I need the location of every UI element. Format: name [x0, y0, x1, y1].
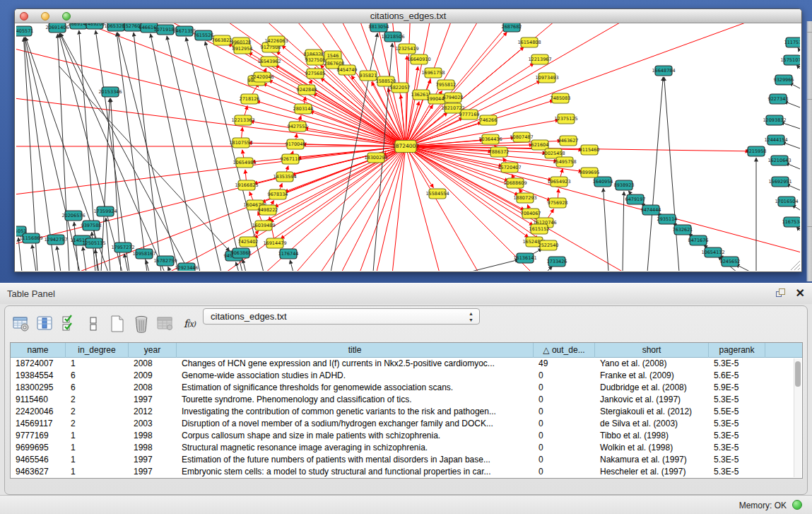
- table-row[interactable]: 1872400712008Changes of HCN gene express…: [11, 358, 802, 370]
- column-header[interactable]: pagerank: [709, 343, 765, 358]
- graph-node[interactable]: 8813054: [369, 23, 389, 32]
- graph-node[interactable]: 18107553: [229, 138, 252, 148]
- node-table[interactable]: namein_degreeyeartitle△ out_de...shortpa…: [10, 342, 803, 479]
- graph-node[interactable]: 13218506: [381, 32, 404, 42]
- graph-node[interactable]: 9397588: [81, 221, 102, 230]
- graph-node[interactable]: 9329966: [774, 75, 794, 85]
- graph-node[interactable]: 7955812: [436, 80, 457, 90]
- graph-node[interactable]: 9170046: [286, 139, 306, 149]
- graph-node[interactable]: 16640910: [407, 54, 430, 64]
- graph-node[interactable]: 19166825: [235, 180, 258, 190]
- graph-node[interactable]: 9063868: [231, 248, 252, 258]
- graph-node[interactable]: 16914479: [263, 238, 286, 248]
- graph-node[interactable]: 12923446: [175, 263, 198, 271]
- column-header[interactable]: in_degree: [66, 343, 129, 358]
- column-header[interactable]: year: [129, 343, 177, 358]
- close-panel-icon[interactable]: ✕: [796, 286, 805, 300]
- delete-button[interactable]: [131, 314, 152, 334]
- table-row[interactable]: 946362711997Embryonic stem cells: a mode…: [11, 466, 802, 478]
- graph-node[interactable]: 14226063: [264, 36, 288, 46]
- graph-node[interactable]: 16543962: [257, 57, 281, 66]
- graph-node[interactable]: 19654923: [547, 177, 570, 187]
- graph-node[interactable]: 9463627: [558, 136, 579, 146]
- graph-node[interactable]: 9245652: [720, 257, 741, 267]
- table-row[interactable]: 911546021997Tourette syndrome. Phenomeno…: [11, 394, 802, 406]
- graph-node[interactable]: 16210643: [767, 156, 791, 165]
- graph-node[interactable]: 16648784: [652, 66, 675, 76]
- import-table-disabled-button[interactable]: [155, 314, 176, 334]
- graph-node[interactable]: 10807487: [510, 132, 533, 142]
- graph-node[interactable]: 9756928: [548, 198, 568, 208]
- graph-node[interactable]: 2718126: [240, 94, 260, 104]
- graph-node[interactable]: 8938923: [614, 180, 635, 190]
- graph-node[interactable]: 10688609: [503, 178, 526, 188]
- scrollbar-thumb[interactable]: [795, 361, 801, 387]
- table-row[interactable]: 946554611997Estimation of the future num…: [11, 454, 802, 466]
- graph-node[interactable]: 16039489: [252, 221, 275, 230]
- graph-node[interactable]: 6479197: [625, 194, 646, 204]
- column-header[interactable]: name: [11, 343, 66, 358]
- graph-node[interactable]: 20691406: [45, 23, 69, 33]
- graph-node[interactable]: 12213363: [231, 115, 254, 125]
- graph-node[interactable]: 2803144: [293, 104, 314, 114]
- graph-node[interactable]: 9275685: [305, 69, 326, 78]
- table-row[interactable]: 2242004622012Investigating the contribut…: [11, 406, 802, 418]
- graph-node[interactable]: 2687682: [502, 23, 522, 32]
- graph-node[interactable]: 9899695: [579, 168, 600, 177]
- graph-node[interactable]: 1640954: [593, 177, 613, 187]
- graph-node[interactable]: 1167534: [782, 217, 800, 227]
- graph-node[interactable]: 20153346: [98, 87, 122, 97]
- graph-node[interactable]: 17957272: [111, 243, 134, 252]
- graph-node[interactable]: 7615526: [194, 30, 214, 40]
- graph-node[interactable]: 15584554: [425, 189, 449, 199]
- graph-node[interactable]: 9427552: [288, 122, 308, 132]
- table-row[interactable]: 1456911722003Disruption of a novel membe…: [11, 418, 802, 430]
- graph-node[interactable]: 9242848: [297, 85, 317, 95]
- graph-node[interactable]: 2522540: [539, 240, 559, 250]
- graph-node[interactable]: 12942757: [44, 235, 67, 245]
- graph-node[interactable]: 1615152: [529, 224, 550, 234]
- graph-node[interactable]: 12505135: [82, 238, 105, 248]
- graph-node[interactable]: 16961758: [421, 68, 445, 78]
- select-column-button[interactable]: [35, 314, 56, 334]
- graph-node[interactable]: 12093832: [763, 115, 786, 125]
- graph-node[interactable]: 8215958: [746, 146, 767, 156]
- graph-node[interactable]: 8912954: [233, 44, 253, 54]
- row-height-button[interactable]: [83, 314, 104, 334]
- graph-node[interactable]: 1489206: [85, 23, 105, 29]
- graph-node[interactable]: 9678334: [268, 189, 288, 199]
- table-row[interactable]: 977716911998Corpus callosum shape and si…: [11, 430, 802, 442]
- graph-node[interactable]: 17359924: [93, 206, 117, 216]
- graph-node[interactable]: 9227343: [768, 94, 789, 104]
- resize-grip-icon[interactable]: [791, 261, 800, 270]
- graph-node[interactable]: 12375125: [554, 114, 577, 124]
- graph-node[interactable]: 15692951: [768, 177, 792, 187]
- graph-node[interactable]: 7485083: [551, 93, 571, 103]
- graph-node[interactable]: 1117530: [784, 37, 800, 47]
- column-header[interactable]: title: [177, 343, 534, 358]
- graph-node[interactable]: 14353594: [273, 172, 296, 182]
- select-rows-button[interactable]: [59, 314, 80, 334]
- graph-node[interactable]: 8471676: [688, 235, 709, 245]
- graph-node[interactable]: 10973493: [535, 73, 558, 83]
- table-row[interactable]: 969969511998Structural magnetic resonanc…: [11, 442, 802, 454]
- graph-node[interactable]: 16136141: [513, 253, 536, 263]
- graph-node[interactable]: 11156869: [19, 233, 42, 243]
- table-source-dropdown[interactable]: citations_edges.txt ▲▼: [203, 308, 480, 325]
- graph-node[interactable]: 8454749: [337, 65, 358, 75]
- graph-node[interactable]: 7663822: [212, 35, 233, 45]
- graph-node[interactable]: 7632621: [673, 225, 693, 235]
- graph-node[interactable]: 16782759: [153, 256, 177, 266]
- graph-node[interactable]: 12325419: [395, 44, 418, 54]
- graph-node[interactable]: 18300295: [364, 153, 387, 163]
- column-header[interactable]: △ out_de...: [534, 343, 595, 358]
- float-panel-icon[interactable]: [775, 288, 787, 300]
- graph-node[interactable]: 935821: [360, 71, 377, 81]
- graph-node[interactable]: 12444154: [764, 135, 787, 145]
- graph-node[interactable]: 2935114: [657, 214, 678, 224]
- graph-node[interactable]: 746266: [480, 115, 498, 125]
- table-row[interactable]: 1938455462009Genome-wide association stu…: [11, 370, 802, 382]
- graph-node[interactable]: 7886372: [489, 147, 510, 157]
- graph-node[interactable]: 6794028: [443, 93, 464, 103]
- graph-node[interactable]: 16154808: [517, 37, 541, 47]
